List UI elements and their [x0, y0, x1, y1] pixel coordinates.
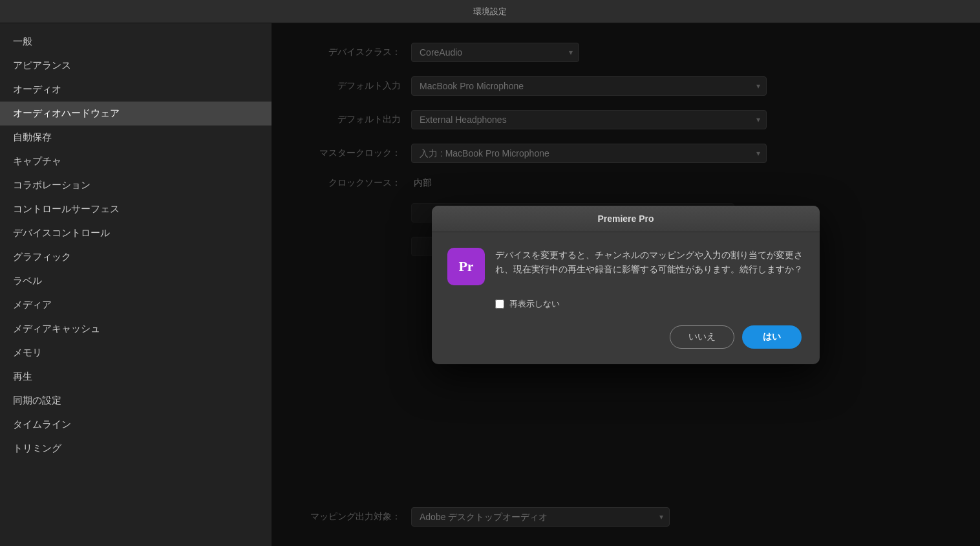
confirmation-dialog: Premiere Pro Pr デバイスを変更すると、チャンネルのマッピングや入…: [432, 206, 820, 364]
sidebar-item-media[interactable]: メディア: [0, 293, 272, 317]
ok-button[interactable]: はい: [742, 325, 802, 349]
sidebar-item-playback[interactable]: 再生: [0, 365, 272, 389]
sidebar-item-capture[interactable]: キャプチャ: [0, 149, 272, 173]
content-area: デバイスクラス： CoreAudio ▾ デフォルト入力 MacBook Pro…: [272, 23, 980, 546]
sidebar-item-audio[interactable]: オーディオ: [0, 78, 272, 102]
dialog-message-text: デバイスを変更すると、チャンネルのマッピングや入力の割り当てが変更され、現在実行…: [495, 248, 804, 277]
sidebar-item-appearance[interactable]: アピアランス: [0, 54, 272, 78]
sidebar-item-trimming[interactable]: トリミング: [0, 437, 272, 461]
sidebar-item-control-surface[interactable]: コントロールサーフェス: [0, 197, 272, 221]
sidebar-item-media-cache[interactable]: メディアキャッシュ: [0, 317, 272, 341]
sidebar-item-labels[interactable]: ラベル: [0, 269, 272, 293]
dialog-body: Pr デバイスを変更すると、チャンネルのマッピングや入力の割り当てが変更され、現…: [432, 232, 820, 364]
sidebar-item-autosave[interactable]: 自動保存: [0, 126, 272, 149]
dialog-buttons: いいえ はい: [447, 325, 804, 351]
sidebar-item-collaboration[interactable]: コラボレーション: [0, 173, 272, 197]
sidebar-item-graphics[interactable]: グラフィック: [0, 245, 272, 269]
dont-show-again-row: 再表示しない: [495, 298, 804, 310]
pr-icon-text: Pr: [458, 258, 473, 275]
dialog-title: Premiere Pro: [432, 206, 820, 232]
dont-show-label: 再表示しない: [509, 298, 560, 310]
main-layout: 一般 アピアランス オーディオ オーディオハードウェア 自動保存 キャプチャ コ…: [0, 23, 980, 546]
sidebar-item-timeline[interactable]: タイムライン: [0, 413, 272, 437]
sidebar-item-device-control[interactable]: デバイスコントロール: [0, 221, 272, 245]
sidebar-item-general[interactable]: 一般: [0, 30, 272, 54]
dialog-overlay: Premiere Pro Pr デバイスを変更すると、チャンネルのマッピングや入…: [272, 23, 980, 546]
window-title: 環境設定: [473, 6, 507, 17]
sidebar: 一般 アピアランス オーディオ オーディオハードウェア 自動保存 キャプチャ コ…: [0, 23, 272, 546]
sidebar-item-memory[interactable]: メモリ: [0, 341, 272, 365]
title-bar: 環境設定: [0, 0, 980, 23]
sidebar-item-audio-hardware[interactable]: オーディオハードウェア: [0, 102, 272, 126]
cancel-button[interactable]: いいえ: [670, 325, 734, 349]
dialog-content: Pr デバイスを変更すると、チャンネルのマッピングや入力の割り当てが変更され、現…: [447, 248, 804, 285]
dont-show-checkbox[interactable]: [495, 300, 504, 309]
sidebar-item-sync[interactable]: 同期の設定: [0, 389, 272, 413]
premiere-pro-icon: Pr: [447, 248, 485, 285]
